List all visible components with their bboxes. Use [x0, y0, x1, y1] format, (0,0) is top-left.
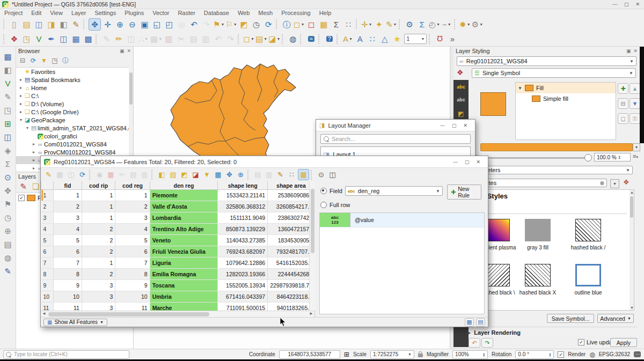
cell-shape-leng[interactable]: 850873.139229	[218, 224, 268, 235]
scroll-right-icon[interactable]: ►	[309, 311, 313, 316]
live-update-checkbox[interactable]: ✓	[578, 339, 584, 345]
options-gear-icon[interactable]: ⚙▼	[472, 19, 483, 30]
pan-tool-icon[interactable]: ✥	[2, 185, 13, 196]
cell-den-reg[interactable]: Valle d'Aosta	[150, 201, 218, 212]
cell-shape-area[interactable]: 22987939818.78	[268, 280, 315, 291]
cell-cod-reg[interactable]: 7	[115, 257, 150, 269]
georeferencer-icon[interactable]: ⊙	[2, 172, 13, 183]
cell-den-reg[interactable]: Piemonte	[150, 190, 218, 201]
browser-item-c-[interactable]: ▸❏C:\	[16, 92, 129, 100]
cell-cod-reg[interactable]: 4	[115, 224, 150, 235]
open-attribute-table-icon[interactable]: ▦	[318, 19, 330, 30]
feature-filter-button[interactable]: ▦ Show All Features ▼	[43, 319, 107, 326]
scale-select[interactable]: 1:7252275 ▼	[370, 350, 414, 359]
annotation-tool-icon[interactable]: ✎	[2, 266, 13, 277]
annotations-icon[interactable]: ✎▼	[386, 19, 397, 30]
symbol-type-select[interactable]: ☰ Single Symbol ▼	[472, 68, 636, 78]
undock-panel-icon[interactable]: ▣	[120, 48, 125, 54]
table-row[interactable]: 8828Emilia Romagna1282023.19366224445426…	[41, 269, 315, 280]
statistics-summary-icon[interactable]: ∷	[343, 19, 354, 30]
cell-cod-rip[interactable]: 3	[82, 291, 115, 303]
cell-cod-reg[interactable]: 5	[115, 235, 150, 246]
cell-shape-area[interactable]: 8464223118.3	[268, 291, 315, 303]
cell-cod-rip[interactable]: 1	[82, 201, 115, 212]
open-project-icon[interactable]: ▤	[21, 19, 32, 30]
pan-to-selection-icon[interactable]: ✛	[102, 19, 113, 30]
add-virtual-layer-icon[interactable]: ▩	[83, 33, 94, 45]
select-by-value-icon[interactable]: ▤▼	[255, 33, 267, 45]
new-print-layout-icon[interactable]: ◨	[46, 19, 57, 30]
cell-shape-leng[interactable]: 671416.043397	[218, 291, 268, 303]
time-tool-icon[interactable]: ◷	[2, 212, 13, 223]
cell-shape-area[interactable]: 7932481707.3	[268, 246, 315, 257]
dock-table-icon[interactable]: ◫	[327, 170, 338, 180]
attr-close-button[interactable]: ✕	[476, 159, 480, 165]
cell-den-reg[interactable]: Trentino Alto Adige	[150, 224, 218, 235]
row-number[interactable]: 10	[41, 291, 54, 303]
cell-cod-rip[interactable]: 3	[82, 303, 115, 311]
cell-cod-rip[interactable]: 1	[82, 257, 115, 269]
cell-den-reg[interactable]: Friuli Venezia Giulia	[150, 246, 218, 257]
cell-cod-reg[interactable]: 11	[115, 303, 150, 311]
styling-layer-select[interactable]: ∞ Reg01012021_WGS84 ▼	[457, 56, 636, 66]
menu-web[interactable]: Web	[233, 10, 254, 16]
cell-fid[interactable]: 4	[54, 224, 82, 235]
cell-fid[interactable]: 1	[54, 190, 82, 201]
browser-item-c-google-drive-[interactable]: ▸❏C:\ (Google Drive)	[16, 108, 129, 116]
browser-item-spatial-bookmarks[interactable]: ▸▤Spatial Bookmarks	[16, 76, 129, 84]
temporal-controller-icon[interactable]: ◷	[251, 19, 262, 30]
lock-scale-icon[interactable]	[418, 353, 423, 357]
identify-features-icon[interactable]: ⓘ	[281, 19, 292, 30]
edit-tool-icon[interactable]: ✎	[2, 91, 13, 102]
table-row[interactable]: 3313Lombardia1511131.904923863027424	[41, 212, 315, 224]
menu-database[interactable]: Database	[200, 10, 233, 16]
cell-cod-rip[interactable]: 2	[82, 224, 115, 235]
open-layer-styling-icon[interactable]: ✎	[18, 181, 29, 192]
measure-line-icon[interactable]: ✛▼	[361, 19, 372, 30]
color-selector-bar[interactable]	[480, 143, 633, 151]
cell-cod-reg[interactable]: 6	[115, 246, 150, 257]
cell-shape-area[interactable]: 13604721571	[268, 224, 315, 235]
browser-item-provcm01012021-wgs84[interactable]: ▸∞ProvCM01012021_WGS84	[16, 148, 129, 156]
reload-table-icon[interactable]: ⟳	[77, 170, 87, 180]
zoom-in-icon[interactable]: ⊕	[114, 19, 126, 30]
menu-layer[interactable]: Layer	[67, 10, 91, 16]
cell-cod-rip[interactable]: 2	[82, 246, 115, 257]
menu-raster[interactable]: Raster	[173, 10, 199, 16]
minimize-button[interactable]: —	[612, 2, 617, 7]
db-manager-icon[interactable]: ◫	[2, 131, 13, 143]
statistics-sum-icon[interactable]: Σ	[416, 19, 428, 30]
browser-item-colori-grafici[interactable]: Qcolori_grafici	[16, 132, 129, 140]
field-calculator-icon[interactable]: Σ	[331, 19, 342, 30]
menu-mesh[interactable]: Mesh	[254, 10, 277, 16]
cell-fid[interactable]: 8	[54, 269, 82, 280]
apply-button[interactable]: Apply	[610, 338, 637, 347]
format-rule-row[interactable]: abc 123 @value	[320, 213, 484, 227]
cell-fid[interactable]: 5	[54, 235, 82, 246]
filter-select-icon[interactable]: ▼	[202, 170, 212, 180]
layer-visibility-checkbox[interactable]: ✓	[18, 195, 25, 201]
menu-settings[interactable]: Settings	[90, 10, 120, 16]
cell-den-reg[interactable]: Toscana	[150, 280, 218, 291]
add-geopackage-layer-icon[interactable]: ◳	[21, 33, 32, 45]
cell-cod-reg[interactable]: 1	[115, 190, 150, 201]
styles-scrollbar[interactable]: ▲ ▼	[630, 190, 634, 310]
browser-item-favorites[interactable]: ★Favorites	[16, 68, 129, 76]
select-rectangle-icon[interactable]: ◻▼	[243, 33, 254, 45]
row-number[interactable]: 2	[41, 201, 54, 212]
magnifier-spinbox[interactable]: 100% ▲▼	[452, 350, 488, 359]
zoom-to-selection-icon[interactable]: ◱	[151, 19, 163, 30]
cell-shape-leng[interactable]: 1282023.19366	[218, 269, 268, 280]
column-header-cod-reg[interactable]: cod reg	[115, 181, 150, 190]
add-vector-icon[interactable]: V	[2, 78, 13, 89]
attribute-table-grid[interactable]: fidcod ripcod regden regshape lengshape …	[41, 181, 316, 311]
cell-shape-leng[interactable]: 1079642.12886	[218, 257, 268, 269]
map-comment-icon[interactable]: ✹▼	[459, 19, 471, 30]
cell-fid[interactable]: 2	[54, 201, 82, 212]
coordinate-input[interactable]: 1648073,5338577	[279, 350, 340, 359]
cell-shape-area[interactable]: 22444542687	[268, 269, 315, 280]
menu-processing[interactable]: Processing	[277, 10, 314, 16]
add-raster-layer-icon[interactable]: ▦	[70, 33, 82, 45]
labels-tab-icon[interactable]: abc	[457, 84, 465, 90]
show-bookmarks-icon[interactable]: ⚐▼	[225, 19, 237, 30]
